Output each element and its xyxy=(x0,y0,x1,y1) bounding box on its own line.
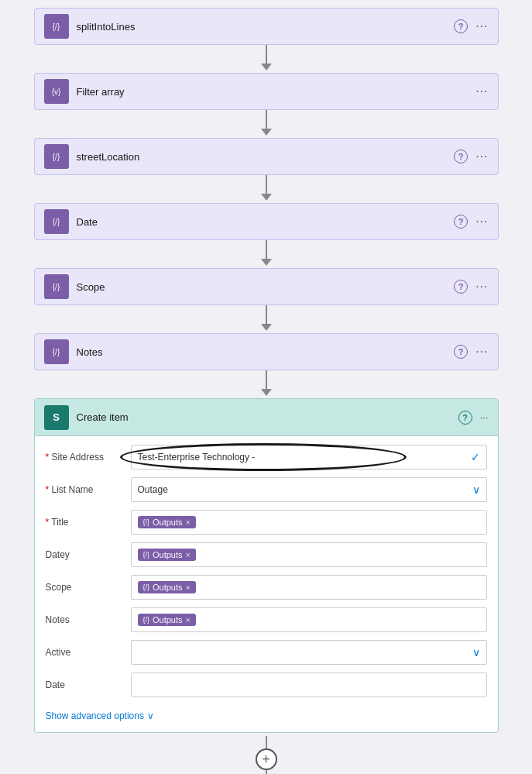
step-date[interactable]: {/} Date ? ··· xyxy=(34,203,499,240)
field-datey[interactable]: {/} Outputs × xyxy=(131,542,487,567)
label-notesField: Notes xyxy=(46,614,131,625)
add-arrow-top xyxy=(266,736,267,748)
step-actions-splitIntoLines: ? ··· xyxy=(454,19,488,33)
chip-close-datey[interactable]: × xyxy=(186,550,190,559)
arrow-6 xyxy=(261,370,272,398)
help-icon-splitIntoLines[interactable]: ? xyxy=(454,19,468,33)
create-item-header[interactable]: S Create item ? ··· xyxy=(35,399,498,436)
step-actions-notes: ? ··· xyxy=(454,345,488,359)
siteAddress-value: Test-Enterprise Technology - xyxy=(138,452,468,463)
step-label-notes: Notes xyxy=(77,346,455,358)
more-icon-notes[interactable]: ··· xyxy=(475,345,488,359)
field-dateField[interactable] xyxy=(131,673,487,697)
chip-label-datey: Outputs xyxy=(153,550,183,559)
token-notes: {/} Outputs × xyxy=(138,614,196,626)
step-label-splitIntoLines: splitIntoLines xyxy=(77,21,455,33)
step-splitIntoLines[interactable]: {/} splitIntoLines ? ··· xyxy=(34,8,499,45)
step-filterArray[interactable]: {v} Filter array ··· xyxy=(34,73,499,110)
show-advanced-options[interactable]: Show advanced options ∨ xyxy=(46,704,487,724)
chip-close-title[interactable]: × xyxy=(186,518,190,527)
plus-icon: + xyxy=(262,752,270,768)
step-label-filterArray: Filter array xyxy=(77,86,476,98)
form-row-title: Title {/} Outputs × xyxy=(46,509,487,535)
more-icon-createItem[interactable]: ··· xyxy=(480,411,489,423)
flow-container: {/} splitIntoLines ? ··· {v} Filter arra… xyxy=(0,0,532,774)
arrow-4 xyxy=(261,240,272,268)
step-notes[interactable]: {/} Notes ? ··· xyxy=(34,333,499,370)
field-title[interactable]: {/} Outputs × xyxy=(131,510,487,535)
field-notesField[interactable]: {/} Outputs × xyxy=(131,607,487,632)
label-datey: Datey xyxy=(46,549,131,560)
label-listName: List Name xyxy=(46,484,131,495)
chip-label-scope: Outputs xyxy=(153,583,183,592)
form-row-siteAddress: Site Address Test-Enterprise Technology … xyxy=(46,444,487,470)
step-actions-scope: ? ··· xyxy=(454,280,488,294)
field-active[interactable]: ∨ xyxy=(131,640,487,665)
chevron-active: ∨ xyxy=(472,646,480,659)
create-item-block: S Create item ? ··· Site Address Test-En… xyxy=(34,398,499,733)
arrow-3 xyxy=(261,175,272,203)
create-item-icon: S xyxy=(44,405,69,430)
step-icon-splitIntoLines: {/} xyxy=(44,14,69,39)
step-icon-scope: {/} xyxy=(44,274,69,299)
show-advanced-label: Show advanced options xyxy=(46,710,144,721)
more-icon-date[interactable]: ··· xyxy=(475,215,488,229)
chevron-listName: ∨ xyxy=(472,483,480,496)
arrow-1 xyxy=(261,45,272,73)
step-actions-streetLocation: ? ··· xyxy=(454,150,488,163)
step-actions-date: ? ··· xyxy=(454,215,488,229)
form-row-scopeField: Scope {/} Outputs × xyxy=(46,574,487,600)
step-streetLocation[interactable]: {/} streetLocation ? ··· xyxy=(34,138,499,175)
more-icon-streetLocation[interactable]: ··· xyxy=(475,150,488,163)
label-dateField: Date xyxy=(46,679,131,690)
show-advanced-chevron: ∨ xyxy=(147,710,154,721)
field-listName[interactable]: Outage ∨ xyxy=(131,477,487,502)
chip-icon-title: {/} xyxy=(143,518,150,526)
create-item-label: Create item xyxy=(77,411,458,423)
add-step-button[interactable]: + xyxy=(256,748,277,770)
chip-icon-scope: {/} xyxy=(143,583,150,591)
step-icon-notes: {/} xyxy=(44,339,69,364)
help-icon-scope[interactable]: ? xyxy=(454,280,468,294)
add-arrow-bottom xyxy=(266,770,267,774)
more-icon-scope[interactable]: ··· xyxy=(475,280,488,294)
form-row-notesField: Notes {/} Outputs × xyxy=(46,607,487,633)
token-scope: {/} Outputs × xyxy=(138,581,196,593)
label-siteAddress: Site Address xyxy=(46,452,131,463)
label-active: Active xyxy=(46,647,131,658)
siteAddress-checkmark: ✓ xyxy=(471,451,480,463)
more-icon-splitIntoLines[interactable]: ··· xyxy=(475,19,488,33)
step-label-date: Date xyxy=(77,216,455,228)
chip-icon-notes: {/} xyxy=(143,616,150,624)
help-icon-date[interactable]: ? xyxy=(454,215,468,229)
token-datey: {/} Outputs × xyxy=(138,549,196,561)
create-item-form: Site Address Test-Enterprise Technology … xyxy=(35,436,498,732)
chip-icon-datey: {/} xyxy=(143,551,150,559)
arrow-5 xyxy=(261,305,272,333)
field-siteAddress[interactable]: Test-Enterprise Technology - ✓ xyxy=(131,445,487,470)
form-row-datey: Datey {/} Outputs × xyxy=(46,542,487,568)
help-icon-createItem[interactable]: ? xyxy=(458,411,472,425)
create-item-actions: ? ··· xyxy=(458,411,489,425)
help-icon-notes[interactable]: ? xyxy=(454,345,468,359)
label-scopeField: Scope xyxy=(46,582,131,593)
step-scope[interactable]: {/} Scope ? ··· xyxy=(34,268,499,305)
form-row-active: Active ∨ xyxy=(46,639,487,666)
chip-close-scope[interactable]: × xyxy=(186,583,190,592)
arrow-2 xyxy=(261,110,272,138)
label-title: Title xyxy=(46,517,131,528)
chip-close-notes[interactable]: × xyxy=(186,615,190,624)
step-label-scope: Scope xyxy=(77,281,455,293)
chip-label-title: Outputs xyxy=(153,518,183,527)
step-icon-filterArray: {v} xyxy=(44,79,69,104)
step-label-streetLocation: streetLocation xyxy=(77,151,455,163)
form-row-dateField: Date xyxy=(46,672,487,698)
help-icon-streetLocation[interactable]: ? xyxy=(454,150,468,163)
chip-label-notes: Outputs xyxy=(153,615,183,624)
form-row-listName: List Name Outage ∨ xyxy=(46,476,487,503)
more-icon-filterArray[interactable]: ··· xyxy=(475,84,488,98)
field-scopeField[interactable]: {/} Outputs × xyxy=(131,575,487,600)
step-icon-date: {/} xyxy=(44,209,69,234)
listName-value: Outage xyxy=(138,484,168,495)
step-actions-filterArray: ··· xyxy=(475,84,488,98)
